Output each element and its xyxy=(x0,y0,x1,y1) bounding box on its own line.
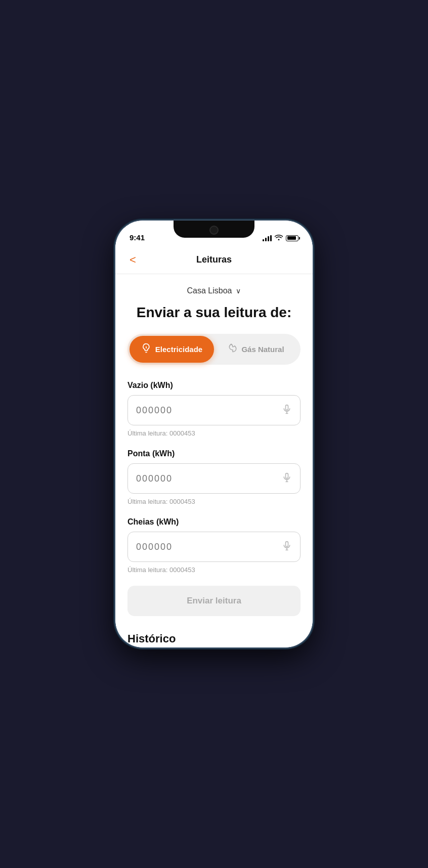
mic-icon-vazio[interactable] xyxy=(282,404,292,417)
last-reading-cheias: Última leitura: 0000453 xyxy=(127,566,301,574)
wifi-icon xyxy=(275,234,283,242)
status-time: 9:41 xyxy=(130,233,145,242)
page-subtitle: Enviar a sua leitura de: xyxy=(127,303,301,322)
battery-icon xyxy=(286,235,298,241)
tab-gas-natural[interactable]: Gás Natural xyxy=(214,336,298,363)
mic-icon-cheias[interactable] xyxy=(282,541,292,553)
phone-notch xyxy=(174,221,254,238)
location-selector[interactable]: Casa Lisboa ∨ xyxy=(127,286,301,295)
field-vazio-label: Vazio (kWh) xyxy=(127,381,301,390)
phone-screen: 9:41 xyxy=(115,221,313,647)
location-name: Casa Lisboa xyxy=(187,286,232,295)
field-ponta: Ponta (kWh) Última leitura: 0000453 xyxy=(127,449,301,505)
tab-gas-natural-label: Gás Natural xyxy=(241,345,284,354)
flame-icon xyxy=(228,343,237,355)
submit-button[interactable]: Enviar leitura xyxy=(127,586,301,616)
tab-toggle: Electricidade Gás Natural xyxy=(127,334,301,365)
field-ponta-wrapper xyxy=(127,463,301,494)
status-icons xyxy=(263,234,298,242)
last-reading-vazio: Última leitura: 0000453 xyxy=(127,429,301,437)
field-cheias-label: Cheias (kWh) xyxy=(127,517,301,527)
field-vazio-input[interactable] xyxy=(136,405,282,416)
svg-rect-7 xyxy=(286,542,288,547)
phone-frame: 9:41 xyxy=(115,221,313,647)
signal-icon xyxy=(263,235,272,241)
field-cheias-wrapper xyxy=(127,532,301,562)
main-content: Casa Lisboa ∨ Enviar a sua leitura de: E… xyxy=(115,274,313,647)
svg-rect-1 xyxy=(286,405,288,410)
chevron-down-icon: ∨ xyxy=(236,287,241,295)
mic-icon-ponta[interactable] xyxy=(282,472,292,485)
svg-rect-4 xyxy=(286,473,288,479)
field-vazio-wrapper xyxy=(127,395,301,425)
back-button[interactable]: < xyxy=(125,251,140,269)
page-title: Leituras xyxy=(196,254,232,265)
field-cheias-input[interactable] xyxy=(136,542,282,552)
field-ponta-label: Ponta (kWh) xyxy=(127,449,301,458)
tab-electricidade-label: Electricidade xyxy=(155,345,202,354)
field-vazio: Vazio (kWh) Última leitura: 0000453 xyxy=(127,381,301,437)
field-ponta-input[interactable] xyxy=(136,473,282,484)
lightning-icon xyxy=(141,343,151,356)
tab-electricidade[interactable]: Electricidade xyxy=(130,336,214,363)
historico-title: Histórico xyxy=(127,632,301,645)
last-reading-ponta: Última leitura: 0000453 xyxy=(127,498,301,505)
field-cheias: Cheias (kWh) Última leitura: 0000453 xyxy=(127,517,301,574)
header: < Leituras xyxy=(115,246,313,274)
